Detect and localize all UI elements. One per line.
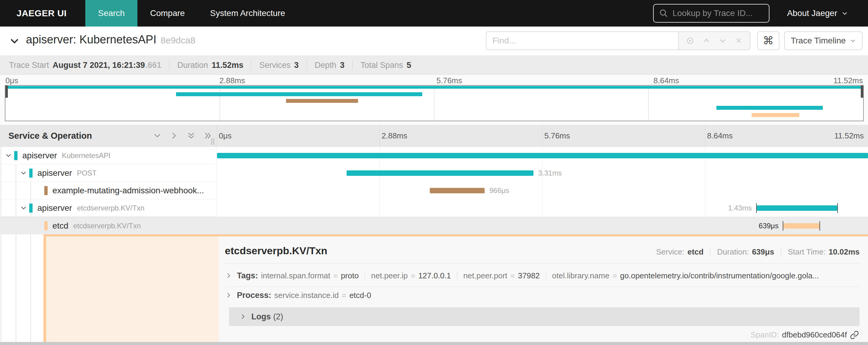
top-navbar: JAEGER UI SearchCompareSystem Architectu…	[0, 0, 868, 27]
separator	[169, 60, 169, 70]
focus-target-icon[interactable]	[686, 36, 694, 45]
jaeger-trace-page: JAEGER UI SearchCompareSystem Architectu…	[0, 0, 868, 345]
span-service-name: etcd	[53, 221, 68, 231]
minimap-span-bar	[286, 99, 358, 103]
summary-item: Total Spans5	[361, 61, 411, 70]
span-service-name: example-mutating-admission-webhook...	[53, 186, 204, 195]
span-operation-name: KubernetesAPI	[62, 151, 110, 160]
span-name-cell[interactable]: apiserverKubernetesAPI	[0, 147, 217, 164]
span-tree-chevron-icon[interactable]	[20, 204, 27, 213]
summary-value: 11.52ms	[212, 61, 243, 70]
span-timeline-cell[interactable]	[217, 147, 868, 164]
process-section-toggle[interactable]: Process: service.instance.id=etcd-0	[225, 288, 860, 303]
find-input[interactable]	[486, 31, 678, 50]
span-duration-bar[interactable]	[347, 170, 533, 176]
nav-tab-system-architecture[interactable]: System Architecture	[197, 0, 298, 27]
command-icon: ⌘	[763, 34, 774, 47]
trace-id-short: 8e9dca8	[161, 35, 195, 45]
span-name-cell[interactable]: etcdetcdserverpb.KV/Txn	[0, 217, 217, 235]
minimap-canvas[interactable]	[5, 85, 864, 121]
span-name: example-mutating-admission-webhook...	[53, 182, 204, 199]
collapse-one-icon[interactable]	[152, 131, 162, 141]
equals-sign: =	[510, 271, 515, 281]
tag-key: net.peer.ip	[371, 271, 407, 281]
chevron-down-icon	[841, 10, 848, 17]
app-logo[interactable]: JAEGER UI	[17, 8, 67, 19]
span-detail-panel: etcdserverpb.KV/Txn Service:etcdDuration…	[219, 236, 868, 342]
logs-section-toggle[interactable]: Logs (2)	[229, 307, 860, 326]
span-name: apiserverPOST	[37, 164, 97, 182]
logs-label: Logs	[251, 312, 271, 321]
separator	[365, 271, 365, 280]
tag-value: go.opentelemetry.io/contrib/instrumentat…	[620, 271, 819, 281]
expand-one-icon[interactable]	[169, 131, 179, 141]
span-timeline-cell[interactable]: 639μs	[217, 217, 868, 235]
deep-link-icon[interactable]	[850, 330, 859, 340]
minimap-span-bar	[752, 113, 799, 117]
find-prev-icon[interactable]	[702, 36, 711, 45]
navbar-right: About Jaeger	[653, 4, 868, 23]
span-duration-bar[interactable]	[430, 188, 484, 193]
equals-sign: =	[342, 291, 346, 300]
tags-section-toggle[interactable]: Tags: internal.span.format=protonet.peer…	[225, 269, 860, 282]
separator	[251, 60, 251, 70]
span-color-bar	[29, 204, 33, 212]
tag-value: proto	[341, 271, 359, 281]
span-timeline-cell[interactable]: 3.31ms	[217, 164, 868, 182]
span-id-footer: SpanID: dfbebd960ced064f	[751, 330, 859, 340]
separator	[710, 248, 710, 256]
span-name-cell[interactable]: apiserveretcdserverpb.KV/Txn	[0, 199, 217, 217]
span-row: apiserverPOST3.31ms	[0, 164, 868, 182]
about-jaeger-label: About Jaeger	[787, 8, 837, 18]
minimap-span-bar	[176, 92, 422, 96]
trace-id-lookup[interactable]	[653, 4, 770, 23]
span-duration-bar[interactable]	[217, 153, 868, 158]
detail-meta-value: 639μs	[752, 247, 774, 257]
minimap-right-scrubber[interactable]	[861, 86, 863, 98]
service-operation-header: Service & Operation	[8, 125, 92, 147]
detail-top-border	[43, 234, 868, 236]
tag-value: etcd-0	[349, 291, 371, 300]
span-duration-bar[interactable]	[783, 223, 819, 229]
span-id-value: dfbebd960ced064f	[782, 330, 847, 340]
span-tree-chevron-icon[interactable]	[5, 152, 12, 161]
nav-tab-compare[interactable]: Compare	[137, 0, 197, 27]
trace-view-selector[interactable]: Trace Timeline	[784, 31, 863, 50]
minimap-left-scrubber[interactable]	[5, 86, 8, 98]
chevron-right-icon	[239, 313, 247, 320]
selected-span-tint	[46, 234, 219, 342]
detail-left-strip	[0, 234, 219, 342]
collapse-all-icon[interactable]	[186, 131, 196, 141]
tree-guide-line	[1, 234, 1, 342]
span-row: example-mutating-admission-webhook...966…	[0, 182, 868, 199]
span-timeline-cell[interactable]: 966μs	[217, 182, 868, 199]
tag-value: 37982	[518, 271, 540, 281]
trace-id-lookup-input[interactable]	[673, 8, 763, 18]
search-icon	[659, 9, 668, 18]
span-name-cell[interactable]: apiserverPOST	[0, 164, 217, 182]
summary-value: 3	[294, 61, 299, 70]
nav-tab-search[interactable]: Search	[85, 0, 137, 27]
detail-meta-label: Start Time:	[788, 247, 826, 257]
chevron-down-icon	[850, 38, 856, 44]
span-name-cell[interactable]: example-mutating-admission-webhook...	[0, 182, 217, 199]
span-color-bar	[29, 169, 33, 178]
span-color-bar	[14, 151, 18, 160]
keyboard-shortcuts-button[interactable]: ⌘	[757, 31, 779, 50]
tag-key: service.instance.id	[274, 291, 339, 300]
separator	[307, 60, 307, 70]
column-resize-grip[interactable]	[211, 138, 214, 145]
span-edge-tick	[783, 221, 783, 231]
span-color-bar	[44, 186, 48, 195]
about-jaeger-menu[interactable]: About Jaeger	[787, 8, 848, 18]
minimap-span-bar	[5, 86, 863, 89]
tree-guide-line	[30, 234, 31, 342]
find-clear-icon[interactable]	[735, 37, 743, 45]
trace-title: apiserver: KubernetesAPI8e9dca8	[26, 33, 195, 46]
span-duration-bar[interactable]	[757, 205, 838, 211]
summary-value: 3	[340, 61, 344, 70]
span-tree-chevron-icon[interactable]	[20, 170, 27, 178]
span-timeline-cell[interactable]: 1.43ms	[217, 199, 868, 217]
collapse-trace-chevron[interactable]	[8, 34, 21, 48]
find-next-icon[interactable]	[718, 36, 727, 45]
